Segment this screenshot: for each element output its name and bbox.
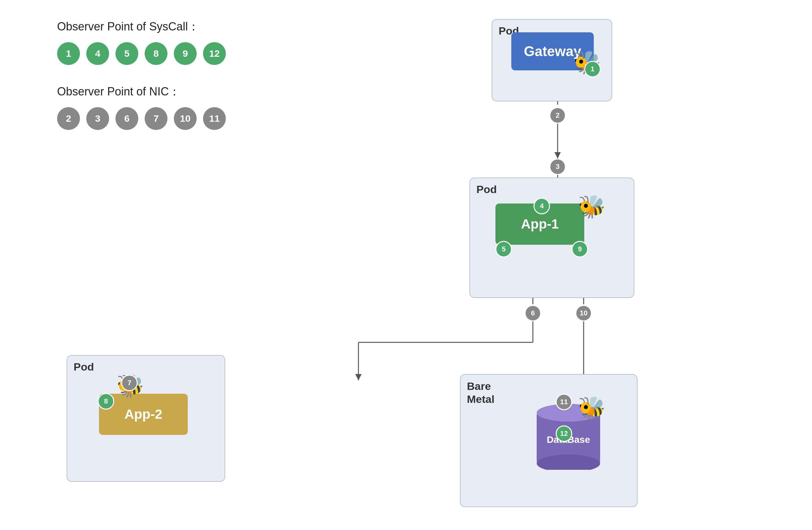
svg-marker-2 [554, 152, 561, 159]
bee-app1: 🐝 [578, 195, 606, 218]
circle-5: 5 [495, 241, 512, 257]
nic-dot-10: 10 [174, 107, 197, 130]
circle-11: 11 [556, 394, 572, 410]
syscall-title: Observer Point of SysCall： [57, 19, 226, 34]
circle-10: 10 [575, 305, 592, 321]
pod2-label: Pod [476, 183, 497, 195]
nic-dot-11: 11 [203, 107, 226, 130]
syscall-dot-12: 12 [203, 42, 226, 65]
nic-dot-7: 7 [145, 107, 168, 130]
main-container: Observer Point of SysCall： 1 4 5 8 9 12 … [0, 0, 812, 530]
circle-6: 6 [525, 305, 541, 321]
syscall-dot-5: 5 [115, 42, 138, 65]
pod3-label: Pod [74, 361, 94, 373]
nic-dot-3: 3 [86, 107, 109, 130]
svg-marker-9 [355, 374, 362, 380]
nic-dot-6: 6 [115, 107, 138, 130]
syscall-dot-9: 9 [174, 42, 197, 65]
circle-12: 12 [556, 425, 572, 442]
syscall-dot-1: 1 [57, 42, 80, 65]
nic-dot-2: 2 [57, 107, 80, 130]
circle-2: 2 [549, 107, 566, 123]
circle-7: 7 [121, 375, 137, 391]
circle-4: 4 [534, 198, 550, 214]
pod3-box: Pod App-2 🐝 7 8 [67, 355, 225, 482]
baremetal-label: Bare Metal [467, 380, 494, 406]
legend: Observer Point of SysCall： 1 4 5 8 9 12 … [57, 19, 226, 149]
circle-3: 3 [549, 159, 566, 175]
circle-1: 1 [584, 61, 601, 77]
nic-title: Observer Point of NIC： [57, 84, 226, 100]
baremetal-box: Bare Metal DataBase 🐝 11 12 [460, 374, 638, 507]
syscall-dot-4: 4 [86, 42, 109, 65]
bee-database: 🐝 [578, 397, 606, 419]
circle-8: 8 [98, 393, 114, 410]
pod1-box: Pod Gateway 🐝 1 [492, 19, 612, 101]
circle-9: 9 [571, 241, 588, 257]
pod2-box: Pod App-1 🐝 4 5 9 [469, 177, 634, 298]
syscall-dots: 1 4 5 8 9 12 [57, 42, 226, 65]
syscall-dot-8: 8 [145, 42, 168, 65]
nic-dots: 2 3 6 7 10 11 [57, 107, 226, 130]
